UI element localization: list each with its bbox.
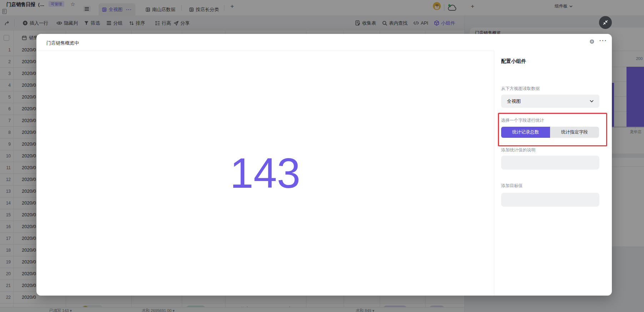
view-select-value: 全视图 [507,98,521,105]
stat-note-input[interactable] [501,156,599,170]
view-select-dropdown[interactable]: 全视图 [501,95,599,108]
collapse-arrows-icon [603,20,608,25]
modal-title: 门店销售概览中 [46,40,79,46]
stat-total-records-button[interactable]: 统计记录总数 [501,127,550,138]
view-source-label: 从下方视图读取数据 [501,86,540,92]
target-value-input[interactable] [501,193,599,207]
gear-icon[interactable]: ⚙ [589,38,594,45]
widget-stat-area: 143 [36,51,494,296]
stat-note-label: 添加统计值的说明 [501,147,535,153]
stat-mode-toggle: 统计记录总数 统计指定字段 [501,127,599,138]
target-value-label: 添加目标值 [501,183,523,189]
more-options-icon[interactable]: ··· [599,37,607,44]
modal-panel-divider [494,51,494,296]
config-panel-heading: 配置小组件 [501,58,526,65]
stat-number: 143 [230,152,300,194]
chevron-down-icon [590,100,594,102]
collapse-widget-button[interactable] [599,16,612,29]
field-stat-label: 选择一个字段进行统计 [501,117,544,124]
widget-expand-modal: 门店销售概览中 ⚙ ··· 143 配置小组件 从下方视图读取数据 全视图 选择… [36,34,612,296]
stat-specified-field-button[interactable]: 统计指定字段 [550,127,599,138]
